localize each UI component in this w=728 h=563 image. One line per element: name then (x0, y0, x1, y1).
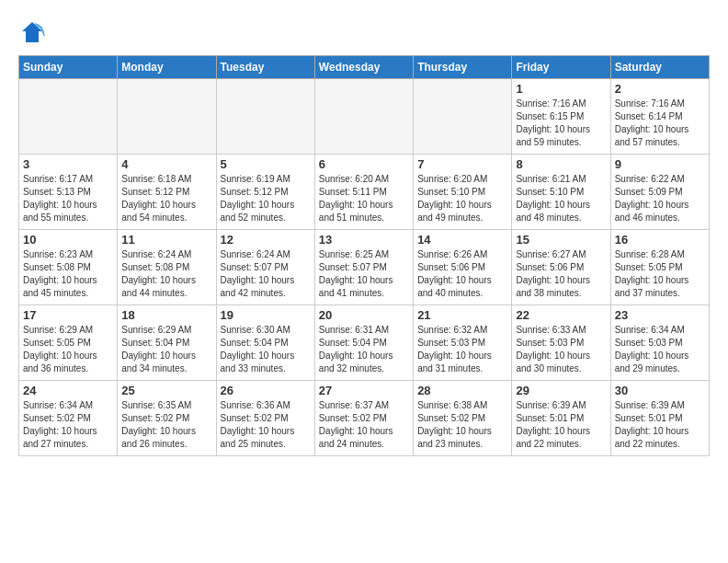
calendar-cell: 17Sunrise: 6:29 AM Sunset: 5:05 PM Dayli… (19, 305, 118, 381)
day-number: 7 (417, 157, 507, 171)
day-number: 2 (615, 82, 705, 96)
calendar-week-3: 17Sunrise: 6:29 AM Sunset: 5:05 PM Dayli… (19, 305, 710, 381)
day-number: 4 (121, 157, 211, 171)
calendar-cell: 29Sunrise: 6:39 AM Sunset: 5:01 PM Dayli… (512, 381, 610, 456)
day-info: Sunrise: 6:20 AM Sunset: 5:11 PM Dayligh… (319, 173, 409, 224)
day-info: Sunrise: 6:39 AM Sunset: 5:01 PM Dayligh… (516, 399, 606, 451)
day-info: Sunrise: 6:25 AM Sunset: 5:07 PM Dayligh… (319, 248, 409, 300)
calendar-cell: 8Sunrise: 6:21 AM Sunset: 5:10 PM Daylig… (512, 155, 610, 230)
day-info: Sunrise: 6:39 AM Sunset: 5:01 PM Dayligh… (615, 399, 705, 451)
day-info: Sunrise: 6:36 AM Sunset: 5:02 PM Dayligh… (221, 399, 311, 451)
calendar-week-4: 24Sunrise: 6:34 AM Sunset: 5:02 PM Dayli… (19, 381, 710, 456)
day-number: 1 (516, 82, 606, 96)
calendar-cell: 25Sunrise: 6:35 AM Sunset: 5:02 PM Dayli… (118, 381, 216, 456)
day-number: 30 (615, 384, 705, 397)
col-tuesday: Tuesday (216, 56, 314, 79)
day-number: 19 (221, 308, 311, 322)
day-info: Sunrise: 6:24 AM Sunset: 5:08 PM Dayligh… (121, 248, 211, 300)
day-number: 17 (23, 308, 113, 322)
calendar-cell: 30Sunrise: 6:39 AM Sunset: 5:01 PM Dayli… (610, 381, 709, 456)
calendar-cell: 21Sunrise: 6:32 AM Sunset: 5:03 PM Dayli… (414, 305, 512, 381)
header (18, 18, 710, 46)
calendar-cell: 5Sunrise: 6:19 AM Sunset: 5:12 PM Daylig… (216, 155, 314, 230)
calendar-cell: 19Sunrise: 6:30 AM Sunset: 5:04 PM Dayli… (216, 305, 314, 381)
day-info: Sunrise: 6:19 AM Sunset: 5:12 PM Dayligh… (221, 173, 311, 224)
day-number: 3 (23, 157, 113, 171)
day-info: Sunrise: 6:29 AM Sunset: 5:05 PM Dayligh… (23, 324, 113, 375)
calendar-cell: 26Sunrise: 6:36 AM Sunset: 5:02 PM Dayli… (216, 381, 314, 456)
day-number: 10 (23, 233, 113, 247)
calendar-cell: 20Sunrise: 6:31 AM Sunset: 5:04 PM Dayli… (314, 305, 413, 381)
calendar-cell (118, 79, 216, 155)
weekday-row: Sunday Monday Tuesday Wednesday Thursday… (19, 56, 710, 79)
day-number: 13 (319, 233, 409, 247)
col-saturday: Saturday (610, 56, 709, 79)
calendar-body: 1Sunrise: 7:16 AM Sunset: 6:15 PM Daylig… (19, 79, 710, 456)
day-number: 29 (516, 384, 606, 397)
calendar-week-2: 10Sunrise: 6:23 AM Sunset: 5:08 PM Dayli… (19, 230, 710, 305)
day-info: Sunrise: 6:24 AM Sunset: 5:07 PM Dayligh… (221, 248, 311, 300)
calendar-cell: 7Sunrise: 6:20 AM Sunset: 5:10 PM Daylig… (414, 155, 512, 230)
day-number: 20 (319, 308, 409, 322)
day-number: 18 (121, 308, 211, 322)
day-info: Sunrise: 6:33 AM Sunset: 5:03 PM Dayligh… (516, 324, 606, 375)
calendar-cell: 12Sunrise: 6:24 AM Sunset: 5:07 PM Dayli… (216, 230, 314, 305)
day-number: 8 (516, 157, 606, 171)
calendar-cell: 11Sunrise: 6:24 AM Sunset: 5:08 PM Dayli… (118, 230, 216, 305)
day-number: 9 (615, 157, 705, 171)
day-info: Sunrise: 6:28 AM Sunset: 5:05 PM Dayligh… (615, 248, 705, 300)
day-info: Sunrise: 6:23 AM Sunset: 5:08 PM Dayligh… (23, 248, 113, 300)
calendar-week-0: 1Sunrise: 7:16 AM Sunset: 6:15 PM Daylig… (19, 79, 710, 155)
calendar-cell: 23Sunrise: 6:34 AM Sunset: 5:03 PM Dayli… (610, 305, 709, 381)
calendar-cell: 4Sunrise: 6:18 AM Sunset: 5:12 PM Daylig… (118, 155, 216, 230)
calendar-cell (314, 79, 413, 155)
calendar-cell: 3Sunrise: 6:17 AM Sunset: 5:13 PM Daylig… (19, 155, 118, 230)
page: Sunday Monday Tuesday Wednesday Thursday… (0, 0, 728, 563)
calendar-cell: 13Sunrise: 6:25 AM Sunset: 5:07 PM Dayli… (314, 230, 413, 305)
day-number: 16 (615, 233, 705, 247)
day-number: 25 (121, 384, 211, 397)
day-number: 15 (516, 233, 606, 247)
calendar-cell: 2Sunrise: 7:16 AM Sunset: 6:14 PM Daylig… (610, 79, 709, 155)
day-info: Sunrise: 6:34 AM Sunset: 5:02 PM Dayligh… (23, 399, 113, 451)
calendar-header: Sunday Monday Tuesday Wednesday Thursday… (19, 56, 710, 79)
day-info: Sunrise: 6:34 AM Sunset: 5:03 PM Dayligh… (615, 324, 705, 375)
calendar-cell: 1Sunrise: 7:16 AM Sunset: 6:15 PM Daylig… (512, 79, 610, 155)
calendar-table: Sunday Monday Tuesday Wednesday Thursday… (18, 55, 710, 456)
calendar-week-1: 3Sunrise: 6:17 AM Sunset: 5:13 PM Daylig… (19, 155, 710, 230)
day-info: Sunrise: 6:30 AM Sunset: 5:04 PM Dayligh… (221, 324, 311, 375)
day-number: 14 (417, 233, 507, 247)
day-info: Sunrise: 6:22 AM Sunset: 5:09 PM Dayligh… (615, 173, 705, 224)
calendar-cell (414, 79, 512, 155)
day-info: Sunrise: 6:17 AM Sunset: 5:13 PM Dayligh… (23, 173, 113, 224)
day-number: 26 (221, 384, 311, 397)
calendar-cell: 24Sunrise: 6:34 AM Sunset: 5:02 PM Dayli… (19, 381, 118, 456)
col-friday: Friday (512, 56, 610, 79)
day-info: Sunrise: 6:26 AM Sunset: 5:06 PM Dayligh… (417, 248, 507, 300)
calendar-cell (216, 79, 314, 155)
calendar-cell: 14Sunrise: 6:26 AM Sunset: 5:06 PM Dayli… (414, 230, 512, 305)
calendar-cell: 9Sunrise: 6:22 AM Sunset: 5:09 PM Daylig… (610, 155, 709, 230)
day-info: Sunrise: 6:35 AM Sunset: 5:02 PM Dayligh… (121, 399, 211, 451)
logo-icon (18, 18, 46, 46)
day-number: 28 (417, 384, 507, 397)
day-number: 21 (417, 308, 507, 322)
day-info: Sunrise: 6:21 AM Sunset: 5:10 PM Dayligh… (516, 173, 606, 224)
day-info: Sunrise: 6:37 AM Sunset: 5:02 PM Dayligh… (319, 399, 409, 451)
calendar-cell: 6Sunrise: 6:20 AM Sunset: 5:11 PM Daylig… (314, 155, 413, 230)
calendar-cell: 16Sunrise: 6:28 AM Sunset: 5:05 PM Dayli… (610, 230, 709, 305)
day-number: 12 (221, 233, 311, 247)
day-number: 27 (319, 384, 409, 397)
calendar-cell: 22Sunrise: 6:33 AM Sunset: 5:03 PM Dayli… (512, 305, 610, 381)
day-number: 11 (121, 233, 211, 247)
day-number: 24 (23, 384, 113, 397)
day-info: Sunrise: 6:18 AM Sunset: 5:12 PM Dayligh… (121, 173, 211, 224)
col-wednesday: Wednesday (314, 56, 413, 79)
calendar-cell: 28Sunrise: 6:38 AM Sunset: 5:02 PM Dayli… (414, 381, 512, 456)
day-info: Sunrise: 7:16 AM Sunset: 6:15 PM Dayligh… (516, 98, 606, 149)
col-monday: Monday (118, 56, 216, 79)
day-number: 23 (615, 308, 705, 322)
day-info: Sunrise: 6:29 AM Sunset: 5:04 PM Dayligh… (121, 324, 211, 375)
day-info: Sunrise: 6:27 AM Sunset: 5:06 PM Dayligh… (516, 248, 606, 300)
calendar-cell: 27Sunrise: 6:37 AM Sunset: 5:02 PM Dayli… (314, 381, 413, 456)
